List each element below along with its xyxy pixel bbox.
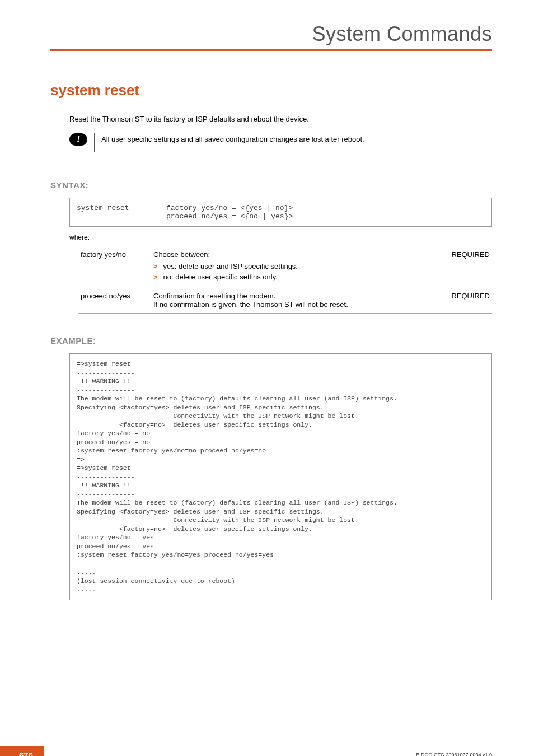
table-row: factory yes/no Choose between: >yes: del…	[78, 246, 492, 287]
page-container: System Commands system reset Reset the T…	[0, 0, 534, 756]
table-row: proceed no/yes Confirmation for resettin…	[78, 287, 492, 314]
param-required: REQUIRED	[436, 246, 492, 287]
header-rule	[50, 49, 492, 51]
example-heading: EXAMPLE:	[50, 336, 492, 346]
page-header-title: System Commands	[50, 22, 492, 46]
page-footer: 676 E-DOC-CTC-20061027-0004 v1.0	[50, 746, 492, 756]
param-name: proceed no/yes	[78, 287, 151, 314]
syntax-args: factory yes/no = <{yes | no}> proceed no…	[166, 204, 293, 221]
syntax-box: system reset factory yes/no = <{yes | no…	[69, 198, 492, 227]
callout-text: All user specific settings and all saved…	[101, 133, 364, 143]
warning-callout: ! All user specific settings and all sav…	[69, 133, 492, 152]
param-name: factory yes/no	[78, 246, 151, 287]
bullet-icon: >	[153, 262, 158, 270]
syntax-command: system reset	[77, 204, 166, 221]
param-desc: Choose between: >yes: delete user and IS…	[151, 246, 436, 287]
bullet-icon: >	[153, 273, 158, 281]
param-required: REQUIRED	[436, 287, 492, 314]
syntax-heading: SYNTAX:	[50, 180, 492, 190]
param-desc-intro: Choose between:	[153, 250, 210, 259]
command-title: system reset	[50, 82, 492, 99]
params-table: factory yes/no Choose between: >yes: del…	[78, 246, 492, 314]
document-id: E-DOC-CTC-20061027-0004 v1.0	[416, 752, 492, 756]
where-label: where:	[69, 234, 492, 241]
param-desc: Confirmation for resetting the modem. If…	[151, 287, 436, 314]
param-bullets: >yes: delete user and ISP specific setti…	[153, 261, 434, 282]
callout-separator	[94, 133, 95, 152]
command-intro: Reset the Thomson ST to its factory or I…	[69, 115, 492, 123]
exclamation-icon: !	[69, 133, 87, 146]
list-item: >no: delete user specific settins only.	[153, 272, 434, 282]
example-box: =>system reset --------------- !! WARNIN…	[69, 353, 492, 600]
list-item: >yes: delete user and ISP specific setti…	[153, 261, 434, 272]
page-number: 676	[0, 746, 44, 756]
